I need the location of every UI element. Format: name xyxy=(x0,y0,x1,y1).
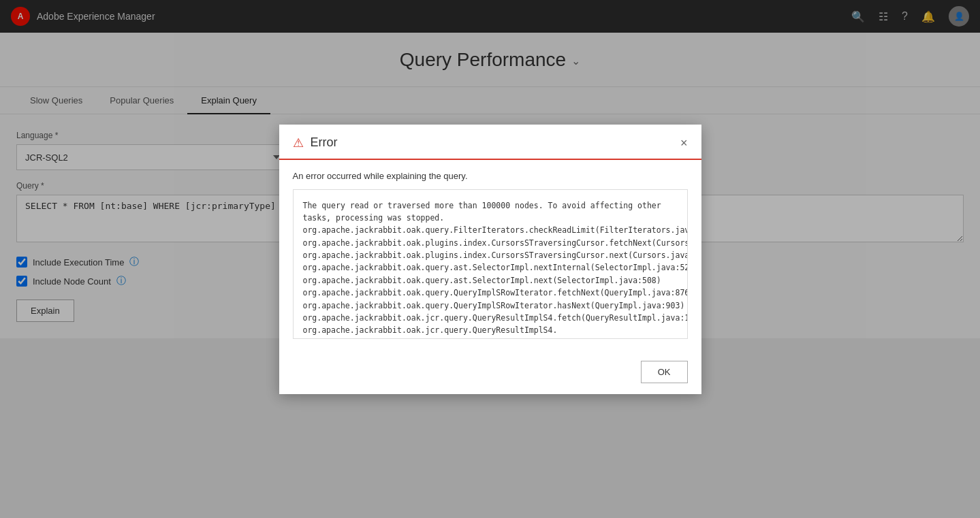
error-triangle-icon: ⚠ xyxy=(293,135,304,150)
modal-subtitle: An error occurred while explaining the q… xyxy=(293,171,688,181)
modal-title: Error xyxy=(311,135,338,150)
error-modal: ⚠ Error × An error occurred while explai… xyxy=(279,125,701,394)
modal-overlay: ⚠ Error × An error occurred while explai… xyxy=(0,0,980,518)
error-details-text: The query read or traversed more than 10… xyxy=(303,201,688,339)
ok-button[interactable]: OK xyxy=(641,361,688,383)
modal-footer: OK xyxy=(279,350,701,394)
modal-close-button[interactable]: × xyxy=(680,137,688,149)
error-details: The query read or traversed more than 10… xyxy=(293,189,688,339)
modal-title-row: ⚠ Error xyxy=(293,135,338,150)
modal-body: An error occurred while explaining the q… xyxy=(279,160,701,350)
modal-header: ⚠ Error × xyxy=(279,125,701,160)
